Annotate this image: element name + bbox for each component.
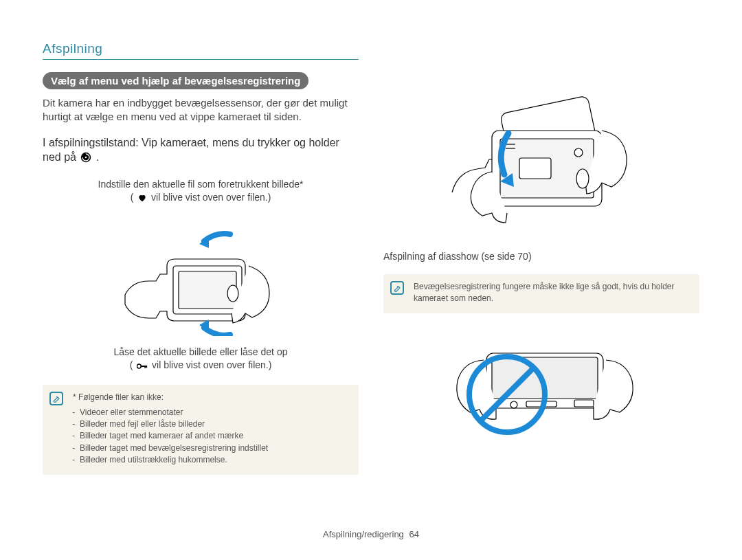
svg-point-15 (574, 148, 583, 157)
svg-rect-23 (574, 400, 594, 407)
heart-icon (137, 193, 147, 206)
tilt-side-illustration (383, 89, 699, 240)
svg-rect-8 (141, 366, 147, 367)
note-text: Bevægelsesregistrering fungere måske ikk… (414, 281, 691, 305)
lock-caption: Låse det aktuelle billede eller låse det… (43, 346, 359, 374)
svg-rect-14 (519, 158, 551, 179)
svg-point-22 (510, 401, 517, 408)
right-column: Afspilning af diasshow (se side 70) Bevæ… (383, 41, 699, 475)
footer-page-number: 64 (409, 529, 418, 539)
note-icon (49, 392, 63, 405)
note-item: Billeder taget med kameraer af andet mær… (80, 430, 350, 442)
svg-point-7 (137, 364, 142, 368)
svg-rect-9 (145, 366, 146, 368)
note-item: Billeder taget med bevælgelsesregistreri… (80, 443, 350, 454)
left-column: Afspilning Vælg af menu ved hjælp af bev… (43, 41, 359, 475)
note-list: Videoer eller stemmenotater Billeder med… (73, 407, 350, 467)
note-item: Billeder med fejl eller låste billeder (80, 418, 350, 430)
note-box-right: Bevægelsesregistrering fungere måske ikk… (383, 274, 699, 313)
note-header: * Følgende filer kan ikke: (73, 392, 350, 403)
svg-point-4 (227, 285, 238, 302)
instruction-text: I afspilningstilstand: Vip kameraet, men… (43, 135, 359, 167)
note-icon (390, 281, 404, 295)
slideshow-caption: Afspilning af diasshow (se side 70) (383, 250, 699, 263)
svg-point-1 (85, 157, 87, 158)
note-box-left: * Følgende filer kan ikke: Videoer eller… (43, 385, 359, 474)
intro-text: Dit kamera har en indbygget bevægelsesse… (43, 96, 359, 124)
wrong-hold-illustration (383, 326, 699, 443)
page-footer: Afspilning/redigering 64 (0, 529, 742, 539)
subsection-pill: Vælg af menu ved hjælp af bevægelsesregi… (43, 72, 308, 89)
tilt-vertical-illustration (43, 212, 359, 336)
key-icon (137, 361, 148, 374)
favorite-caption: Indstille den aktuelle fil som foretrukk… (43, 178, 359, 206)
svg-point-18 (576, 169, 589, 188)
note-item: Videoer eller stemmenotater (80, 407, 350, 418)
svg-rect-10 (146, 366, 147, 368)
instruction-post: . (96, 151, 99, 163)
note-item: Billeder med utilstrækkelig hukommelse. (80, 454, 350, 466)
section-title: Afspilning (43, 41, 359, 60)
motion-trigger-icon (80, 152, 91, 167)
footer-section: Afspilning/redigering (323, 529, 404, 539)
